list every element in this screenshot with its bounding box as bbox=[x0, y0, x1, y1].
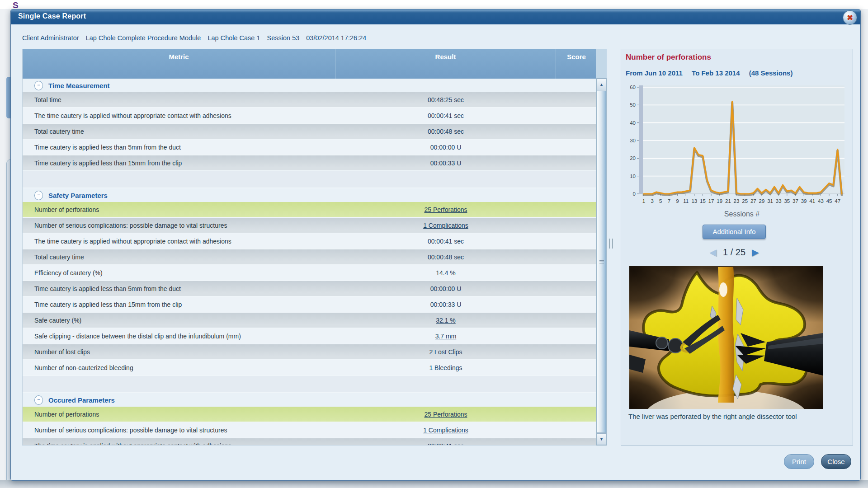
result-value: 1 Bleedings bbox=[429, 364, 462, 371]
svg-text:1: 1 bbox=[642, 198, 645, 204]
table-row[interactable]: Number of serious complications: possibl… bbox=[23, 422, 596, 438]
pager-prev-icon[interactable]: ◀ bbox=[710, 247, 717, 258]
collapse-toggle-icon[interactable]: − bbox=[34, 395, 43, 405]
svg-text:31: 31 bbox=[767, 198, 773, 204]
breadcrumb-item: 03/02/2014 17:26:24 bbox=[306, 34, 366, 42]
table-row[interactable]: The time cautery is applied without appr… bbox=[23, 234, 596, 249]
metric-cell: Number of perforations bbox=[23, 411, 335, 418]
metric-table: Metric Result Score −Time MeasurementTot… bbox=[22, 49, 596, 446]
result-value: 00:00:33 U bbox=[430, 301, 462, 308]
pager-next-icon[interactable]: ▶ bbox=[752, 247, 759, 258]
result-cell: 00:00:41 sec bbox=[335, 112, 556, 119]
procedure-snapshot-image bbox=[629, 266, 823, 409]
scrollbar-grip-icon bbox=[599, 260, 604, 264]
dialog-titlebar[interactable]: Single Case Report ✖ bbox=[11, 9, 860, 24]
table-row[interactable]: The time cautery is applied without appr… bbox=[23, 438, 596, 445]
column-header-score: Score bbox=[556, 49, 597, 79]
snapshot-caption: The liver was perforated by the right an… bbox=[628, 413, 797, 420]
metric-cell: Number of non-cauterized bleeding bbox=[23, 364, 335, 371]
svg-text:20: 20 bbox=[630, 155, 636, 161]
svg-text:35: 35 bbox=[784, 198, 790, 204]
table-row[interactable]: Time cautery is applied less than 15mm f… bbox=[23, 297, 596, 313]
result-link[interactable]: 25 Perforations bbox=[425, 206, 467, 213]
metric-table-body: −Time MeasurementTotal time00:48:25 secT… bbox=[23, 79, 596, 445]
background-bottom-strip bbox=[0, 480, 868, 488]
metric-cell: Safe cautery (%) bbox=[23, 317, 335, 324]
result-cell: 3.7 mm bbox=[335, 333, 556, 340]
metric-cell: Number of serious complications: possibl… bbox=[23, 222, 335, 229]
table-row[interactable]: Time cautery is applied less than 5mm fr… bbox=[23, 140, 596, 155]
table-row[interactable]: Number of perforations25 Perforations bbox=[23, 407, 596, 422]
table-row[interactable]: Efficiency of cautery (%)14.4 % bbox=[23, 265, 596, 281]
table-scrollbar[interactable]: ▲ ▼ bbox=[596, 78, 607, 446]
result-cell: 00:48:25 sec bbox=[335, 96, 556, 103]
section-title: Safety Parameters bbox=[48, 192, 108, 199]
range-sessions: (48 Sessions) bbox=[749, 69, 793, 77]
close-button[interactable]: Close bbox=[821, 454, 851, 469]
range-to: To Feb 13 2014 bbox=[692, 69, 740, 77]
table-row[interactable]: Time cautery is applied less than 5mm fr… bbox=[23, 281, 596, 297]
metric-cell: The time cautery is applied without appr… bbox=[23, 112, 335, 119]
result-cell: 00:00:00 U bbox=[335, 144, 556, 151]
scrollbar-thumb[interactable] bbox=[597, 91, 606, 433]
close-icon[interactable]: ✖ bbox=[843, 10, 857, 25]
breadcrumb-item: Session 53 bbox=[267, 34, 300, 42]
result-link[interactable]: 3.7 mm bbox=[435, 333, 457, 340]
svg-text:50: 50 bbox=[630, 102, 636, 108]
section-header-row: −Occured Parameters bbox=[23, 393, 596, 407]
svg-text:3: 3 bbox=[651, 198, 653, 204]
chart-xlabel: Sessions # bbox=[724, 210, 760, 218]
screen: { "window": { "title": "Single Case Repo… bbox=[0, 0, 868, 488]
table-row[interactable]: Total time00:48:25 sec bbox=[23, 92, 596, 108]
result-cell: 00:00:41 sec bbox=[335, 238, 556, 245]
result-cell: 2 Lost Clips bbox=[335, 348, 556, 356]
scroll-down-icon[interactable]: ▼ bbox=[597, 433, 606, 445]
spacer-row bbox=[23, 171, 596, 188]
metric-cell: Total cautery time bbox=[23, 253, 335, 261]
result-value: 00:00:33 U bbox=[430, 160, 462, 167]
table-row[interactable]: Number of perforations25 Perforations bbox=[23, 202, 596, 218]
metric-cell: Number of perforations bbox=[23, 206, 335, 213]
table-row[interactable]: Time cautery is applied less than 15mm f… bbox=[23, 155, 596, 171]
metric-cell: Total cautery time bbox=[23, 128, 335, 135]
print-button[interactable]: Print bbox=[784, 454, 814, 469]
svg-text:11: 11 bbox=[683, 198, 689, 204]
svg-text:0: 0 bbox=[633, 191, 636, 197]
table-row[interactable]: Total cautery time00:00:48 sec bbox=[23, 124, 596, 140]
svg-text:17: 17 bbox=[708, 198, 714, 204]
collapse-toggle-icon[interactable]: − bbox=[34, 81, 43, 90]
result-value: 00:00:41 sec bbox=[428, 238, 464, 245]
svg-text:27: 27 bbox=[750, 198, 756, 204]
svg-text:5: 5 bbox=[659, 198, 662, 204]
table-row[interactable]: Safe cautery (%)32.1 % bbox=[23, 313, 596, 328]
table-row[interactable]: Safe clipping - distance between the dis… bbox=[23, 328, 596, 344]
table-row[interactable]: Number of lost clips2 Lost Clips bbox=[23, 344, 596, 360]
section-title: Time Measurement bbox=[48, 82, 110, 89]
svg-text:41: 41 bbox=[809, 198, 815, 204]
result-cell: 1 Complications bbox=[335, 427, 556, 434]
panel-splitter-handle[interactable] bbox=[609, 239, 613, 249]
spacer-row bbox=[23, 376, 596, 393]
sessions-line-chart: 0102030405060135791113151719212325272931… bbox=[623, 81, 851, 220]
result-link[interactable]: 25 Perforations bbox=[425, 411, 467, 418]
breadcrumb: Client AdministratorLap Chole Complete P… bbox=[22, 34, 373, 42]
collapse-toggle-icon[interactable]: − bbox=[34, 191, 43, 200]
result-link[interactable]: 1 Complications bbox=[423, 427, 468, 434]
additional-info-button[interactable]: Additional Info bbox=[703, 225, 766, 239]
table-row[interactable]: The time cautery is applied without appr… bbox=[23, 108, 596, 124]
table-row[interactable]: Number of non-cauterized bleeding1 Bleed… bbox=[23, 360, 596, 376]
result-link[interactable]: 32.1 % bbox=[436, 317, 456, 324]
result-link[interactable]: 1 Complications bbox=[423, 222, 468, 229]
result-cell: 00:00:41 sec bbox=[335, 442, 556, 446]
table-row[interactable]: Number of serious complications: possibl… bbox=[23, 218, 596, 234]
scrollbar-corner bbox=[596, 49, 607, 78]
svg-text:23: 23 bbox=[734, 198, 740, 204]
section-title: Occured Parameters bbox=[48, 396, 115, 404]
result-value: 00:00:48 sec bbox=[428, 253, 464, 261]
result-value: 2 Lost Clips bbox=[429, 348, 462, 356]
snapshot-pager: ◀ 1 / 25 ▶ bbox=[699, 245, 769, 259]
panel-title: Number of perforations bbox=[626, 53, 711, 62]
dialog-title: Single Case Report bbox=[18, 12, 86, 20]
scroll-up-icon[interactable]: ▲ bbox=[597, 79, 606, 90]
table-row[interactable]: Total cautery time00:00:48 sec bbox=[23, 249, 596, 265]
